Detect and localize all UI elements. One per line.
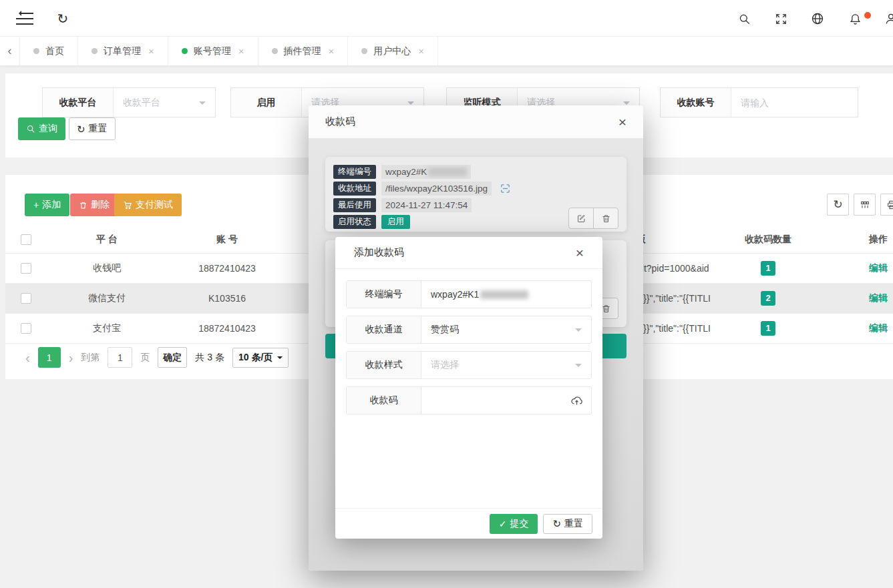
print-button[interactable] <box>880 194 893 216</box>
page-size-select[interactable]: 10 条/页 <box>232 348 289 368</box>
goto-page-input[interactable] <box>108 347 132 368</box>
top-header: ↻ <box>0 0 893 37</box>
add-qr-modal-footer: ✓ 提交 ↻ 重置 <box>335 508 602 539</box>
close-icon[interactable]: × <box>418 45 424 57</box>
tab-label: 订单管理 <box>104 45 141 57</box>
row-checkbox[interactable] <box>21 293 31 304</box>
form-reset-button[interactable]: ↻ 重置 <box>543 514 592 534</box>
style-field: 收款样式 请选择 <box>346 351 592 379</box>
cell-platform: 支付宝 <box>47 322 167 334</box>
add-qr-modal-header: 添加收款码 × <box>335 237 602 269</box>
cloud-upload-icon[interactable] <box>570 394 583 407</box>
style-field-label: 收款样式 <box>347 352 421 378</box>
col-account: 账 号 <box>167 234 287 246</box>
tab-accounts[interactable]: 账号管理 × <box>168 37 258 65</box>
filter-platform-select[interactable]: 收款平台 <box>113 88 215 117</box>
user-icon[interactable] <box>883 11 893 27</box>
qrcode-field: 收款码 <box>346 386 592 414</box>
search-button[interactable]: 查询 <box>18 117 65 140</box>
status-badge: 启用 <box>381 215 410 229</box>
close-icon[interactable]: × <box>618 115 627 129</box>
page-1-button[interactable]: 1 <box>38 347 61 368</box>
channel-field-label: 收款通道 <box>347 316 421 343</box>
terminal-field-input[interactable]: wxpay2#K1 <box>421 281 591 308</box>
tab-label: 首页 <box>45 45 64 57</box>
terminal-value: wxpay2#K <box>381 165 471 179</box>
refresh-icon: ↻ <box>833 199 842 210</box>
menu-collapse-icon[interactable] <box>16 12 33 25</box>
tab-label: 插件管理 <box>284 45 321 57</box>
close-icon[interactable]: × <box>148 45 154 57</box>
bell-icon[interactable] <box>847 11 863 27</box>
add-button[interactable]: + 添加 <box>25 194 69 216</box>
globe-icon[interactable] <box>810 11 826 27</box>
qr-count-badge: 2 <box>761 291 775 306</box>
tab-orders[interactable]: 订单管理 × <box>78 37 168 65</box>
filter-enabled-label: 启用 <box>231 88 301 117</box>
col-actions: 操作 <box>808 234 893 246</box>
delete-qr-button[interactable] <box>593 208 618 229</box>
last-used-value: 2024-11-27 11:47:54 <box>381 198 472 212</box>
terminal-label: 终端编号 <box>333 165 376 179</box>
redacted-text <box>480 290 528 299</box>
tab-plugins[interactable]: 插件管理 × <box>258 37 349 65</box>
close-icon[interactable]: × <box>238 45 244 57</box>
qr-count-badge: 1 <box>761 321 775 336</box>
refresh-icon[interactable]: ↻ <box>55 11 71 27</box>
qr-modal-header: 收款码 × <box>309 105 643 139</box>
total-count-label: 共 3 条 <box>195 352 224 364</box>
account-input[interactable] <box>741 97 848 108</box>
cell-account: 18872410423 <box>167 263 287 274</box>
tab-user-center[interactable]: 用户中心 × <box>348 37 438 65</box>
col-platform: 平 台 <box>47 234 167 246</box>
cell-account: 18872410423 <box>167 323 287 334</box>
select-all-checkbox[interactable] <box>21 234 31 245</box>
chevron-down-icon <box>575 328 582 335</box>
printer-icon <box>886 200 893 210</box>
qrcode-upload-input[interactable] <box>421 387 591 414</box>
plus-icon: + <box>33 200 39 210</box>
cart-icon <box>123 200 132 210</box>
tab-dot <box>92 48 98 54</box>
fullscreen-icon[interactable] <box>773 11 789 27</box>
channel-select[interactable]: 赞赏码 <box>421 316 591 343</box>
qr-preview-icon[interactable] <box>500 183 511 194</box>
close-icon[interactable]: × <box>576 246 584 260</box>
add-qr-modal-title: 添加收款码 <box>354 246 404 259</box>
prev-page-icon[interactable]: ‹ <box>25 351 30 364</box>
qr-count-badge: 1 <box>761 261 775 276</box>
tab-dot <box>33 48 39 54</box>
check-icon: ✓ <box>499 519 507 529</box>
chevron-down-icon <box>575 364 582 370</box>
tabs-scroll-left-icon[interactable]: ‹ <box>0 37 20 65</box>
close-icon[interactable]: × <box>329 45 335 57</box>
cell-account: K103516 <box>167 293 287 304</box>
row-checkbox[interactable] <box>21 263 31 274</box>
qr-code-card: 终端编号 wxpay2#K 收款地址 /files/wxpay2K103516.… <box>325 157 627 232</box>
edit-link[interactable]: 编辑 <box>869 262 888 273</box>
tab-home[interactable]: 首页 <box>20 37 78 65</box>
channel-field: 收款通道 赞赏码 <box>346 316 592 344</box>
pay-test-button[interactable]: 支付测试 <box>114 194 182 216</box>
edit-link[interactable]: 编辑 <box>869 322 888 333</box>
tab-dot <box>361 48 367 54</box>
edit-qr-button[interactable] <box>568 208 594 229</box>
tab-dot-active <box>182 48 188 54</box>
qrcode-field-label: 收款码 <box>347 387 421 414</box>
qr-modal-title: 收款码 <box>325 115 355 128</box>
delete-button[interactable]: 删除 <box>70 194 118 216</box>
filter-account-label: 收款账号 <box>661 88 731 117</box>
goto-label: 到第 <box>81 352 100 364</box>
next-page-icon[interactable]: › <box>69 351 73 364</box>
search-icon[interactable] <box>736 11 752 27</box>
trash-icon <box>79 201 87 210</box>
submit-button[interactable]: ✓ 提交 <box>490 514 538 534</box>
goto-confirm-button[interactable]: 确定 <box>158 347 187 368</box>
columns-filter-button[interactable] <box>854 194 876 216</box>
table-refresh-button[interactable]: ↻ <box>827 194 849 216</box>
style-select[interactable]: 请选择 <box>421 352 591 378</box>
reset-button[interactable]: ↻ 重置 <box>69 117 116 140</box>
row-checkbox[interactable] <box>21 323 31 334</box>
columns-icon <box>860 200 870 210</box>
edit-link[interactable]: 编辑 <box>869 292 888 303</box>
